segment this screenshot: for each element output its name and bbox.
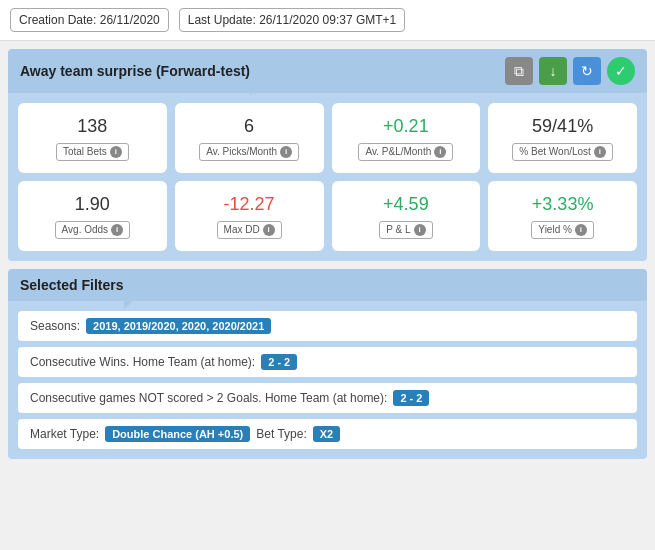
info-icon[interactable]: i [594, 146, 606, 158]
stat-value: +4.59 [383, 194, 429, 215]
stat-value: 1.90 [75, 194, 110, 215]
filters-section-title: Selected Filters [20, 277, 124, 293]
filter-extra-tag: X2 [313, 426, 340, 442]
refresh-icon[interactable]: ↻ [573, 57, 601, 85]
info-icon[interactable]: i [434, 146, 446, 158]
filter-row: Consecutive games NOT scored > 2 Goals. … [18, 383, 637, 413]
check-icon[interactable]: ✓ [607, 57, 635, 85]
filter-tag: 2 - 2 [261, 354, 297, 370]
info-icon[interactable]: i [575, 224, 587, 236]
filter-label: Consecutive games NOT scored > 2 Goals. … [30, 391, 387, 405]
stats-section-header: Away team surprise (Forward-test) ⧉ ↓ ↻ … [8, 49, 647, 93]
stat-card: 138Total Bets i [18, 103, 167, 173]
stat-card: 6Av. Picks/Month i [175, 103, 324, 173]
stat-card: +3.33%Yield % i [488, 181, 637, 251]
stats-grid: 138Total Bets i6Av. Picks/Month i+0.21Av… [18, 103, 637, 251]
stat-value: 138 [77, 116, 107, 137]
filter-tag: 2 - 2 [393, 390, 429, 406]
stat-value: -12.27 [224, 194, 275, 215]
stat-label: Total Bets i [56, 143, 129, 161]
filters-section: Selected Filters Seasons:2019, 2019/2020… [8, 269, 647, 459]
stat-card: +0.21Av. P&L/Month i [332, 103, 481, 173]
info-icon[interactable]: i [110, 146, 122, 158]
filter-row: Seasons:2019, 2019/2020, 2020, 2020/2021 [18, 311, 637, 341]
stat-card: 59/41%% Bet Won/Lost i [488, 103, 637, 173]
filter-tag: 2019, 2019/2020, 2020, 2020/2021 [86, 318, 271, 334]
stat-value: +3.33% [532, 194, 594, 215]
filters-container: Seasons:2019, 2019/2020, 2020, 2020/2021… [8, 301, 647, 459]
stat-label: Av. Picks/Month i [199, 143, 299, 161]
stat-label: Av. P&L/Month i [358, 143, 453, 161]
stat-card: +4.59P & L i [332, 181, 481, 251]
last-update: Last Update: 26/11/2020 09:37 GMT+1 [179, 8, 405, 32]
stat-label: % Bet Won/Lost i [512, 143, 613, 161]
stat-value: 59/41% [532, 116, 593, 137]
stat-label: Max DD i [217, 221, 282, 239]
filter-label: Seasons: [30, 319, 80, 333]
stat-label: Avg. Odds i [55, 221, 131, 239]
filters-section-header: Selected Filters [8, 269, 647, 301]
stat-card: -12.27Max DD i [175, 181, 324, 251]
filter-row: Consecutive Wins. Home Team (at home):2 … [18, 347, 637, 377]
filter-tag: Double Chance (AH +0.5) [105, 426, 250, 442]
stat-value: +0.21 [383, 116, 429, 137]
info-icon[interactable]: i [280, 146, 292, 158]
stat-label: Yield % i [531, 221, 594, 239]
info-icon[interactable]: i [414, 224, 426, 236]
stats-container: 138Total Bets i6Av. Picks/Month i+0.21Av… [8, 93, 647, 261]
filter-extra-label: Bet Type: [256, 427, 306, 441]
stats-section-title: Away team surprise (Forward-test) [20, 63, 250, 79]
stat-value: 6 [244, 116, 254, 137]
top-bar: Creation Date: 26/11/2020 Last Update: 2… [0, 0, 655, 41]
stats-section-icons: ⧉ ↓ ↻ ✓ [505, 57, 635, 85]
filter-label: Market Type: [30, 427, 99, 441]
info-icon[interactable]: i [263, 224, 275, 236]
stats-section: Away team surprise (Forward-test) ⧉ ↓ ↻ … [8, 49, 647, 261]
creation-date: Creation Date: 26/11/2020 [10, 8, 169, 32]
info-icon[interactable]: i [111, 224, 123, 236]
stat-label: P & L i [379, 221, 432, 239]
download-icon[interactable]: ↓ [539, 57, 567, 85]
copy-icon[interactable]: ⧉ [505, 57, 533, 85]
filter-label: Consecutive Wins. Home Team (at home): [30, 355, 255, 369]
filter-row: Market Type:Double Chance (AH +0.5) Bet … [18, 419, 637, 449]
stat-card: 1.90Avg. Odds i [18, 181, 167, 251]
